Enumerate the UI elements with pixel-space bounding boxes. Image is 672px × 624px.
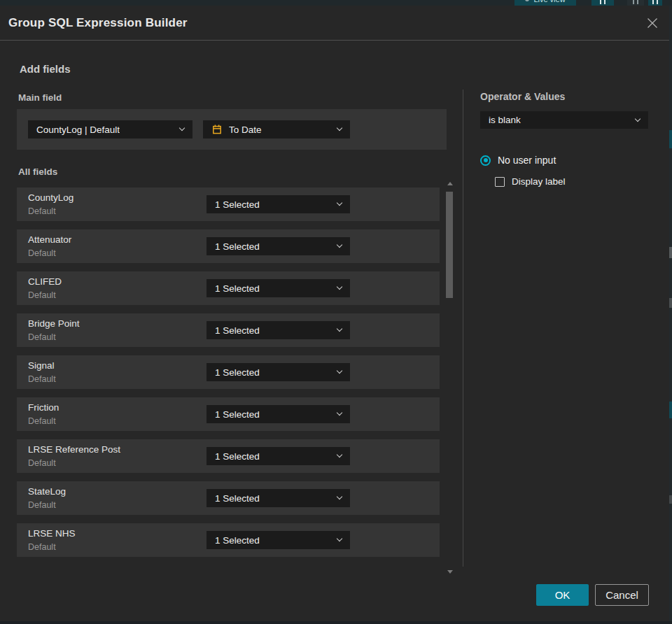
field-subtitle: Default <box>28 332 56 342</box>
chevron-down-icon <box>337 284 342 290</box>
field-name: Attenuator <box>28 234 71 245</box>
field-selection-value: 1 Selected <box>215 199 260 210</box>
chevron-down-icon <box>337 368 342 374</box>
field-subtitle: Default <box>28 458 56 468</box>
scrollbar-thumb[interactable] <box>446 192 453 298</box>
chevron-down-icon <box>337 410 342 416</box>
live-dot-icon <box>525 0 529 1</box>
no-user-input-radio-row[interactable]: No user input <box>480 155 556 166</box>
background-toolbar-icon <box>627 0 644 6</box>
field-name: Signal <box>28 360 55 371</box>
operator-dropdown-value: is blank <box>489 115 521 125</box>
field-subtitle: Default <box>28 248 56 258</box>
field-selection-value: 1 Selected <box>215 283 260 294</box>
chevron-down-icon <box>337 494 342 499</box>
all-fields-list: CountyLog Default 1 Selected Attenuator … <box>17 187 440 557</box>
scroll-up-icon[interactable] <box>447 182 453 185</box>
field-row: CountyLog Default 1 Selected <box>17 187 440 221</box>
calendar-icon <box>211 124 223 135</box>
chevron-down-icon <box>337 536 342 541</box>
close-icon <box>646 17 659 29</box>
field-row: Attenuator Default 1 Selected <box>17 229 440 263</box>
background-toolbar-icon <box>648 0 662 6</box>
field-selection-value: 1 Selected <box>215 451 260 462</box>
field-row: LRSE NHS Default 1 Selected <box>17 523 440 557</box>
ok-button[interactable]: OK <box>536 584 589 606</box>
main-field-panel: CountyLog | Default To Date <box>17 109 447 150</box>
field-name: StateLog <box>28 486 66 497</box>
field-name: LRSE NHS <box>28 528 76 539</box>
field-selection-value: 1 Selected <box>215 325 260 336</box>
field-selection-dropdown[interactable]: 1 Selected <box>206 489 350 507</box>
main-field-dropdown[interactable]: CountyLog | Default <box>28 120 192 139</box>
screen: Live view Group SQL Expression Builder A… <box>0 0 672 624</box>
operator-values-label: Operator & Values <box>480 91 565 102</box>
field-name: Friction <box>28 402 59 413</box>
radio-selected-icon[interactable] <box>480 155 491 166</box>
background-toolbar-icon <box>592 0 614 6</box>
chevron-down-icon <box>337 125 342 131</box>
field-selection-value: 1 Selected <box>215 241 260 252</box>
field-name: CountyLog <box>28 192 74 203</box>
field-subtitle: Default <box>28 542 56 552</box>
field-row: CLIFED Default 1 Selected <box>17 271 440 305</box>
main-field-dropdown-value: CountyLog | Default <box>36 125 120 135</box>
chevron-down-icon <box>635 115 640 121</box>
all-fields-label: All fields <box>18 166 57 177</box>
live-view-label: Live view <box>533 0 565 3</box>
group-sql-expression-builder-dialog: Group SQL Expression Builder Add fields … <box>0 6 669 621</box>
background-app-bottom-strip <box>0 621 672 624</box>
date-attribute-dropdown-value: To Date <box>229 125 262 135</box>
field-selection-dropdown[interactable]: 1 Selected <box>206 447 350 465</box>
field-row: LRSE Reference Post Default 1 Selected <box>17 439 440 473</box>
field-subtitle: Default <box>28 374 56 384</box>
no-user-input-label: No user input <box>498 155 556 166</box>
operator-dropdown[interactable]: is blank <box>480 111 648 129</box>
display-label-label: Display label <box>512 176 566 187</box>
main-field-label: Main field <box>18 92 62 103</box>
field-row: Friction Default 1 Selected <box>17 397 440 431</box>
field-selection-dropdown[interactable]: 1 Selected <box>206 321 350 339</box>
date-attribute-dropdown[interactable]: To Date <box>203 120 350 139</box>
add-fields-heading: Add fields <box>20 63 71 75</box>
vertical-divider <box>463 90 463 567</box>
field-selection-dropdown[interactable]: 1 Selected <box>206 279 350 297</box>
checkbox-unchecked-icon[interactable] <box>495 177 505 187</box>
display-label-checkbox-row[interactable]: Display label <box>495 176 566 187</box>
field-selection-value: 1 Selected <box>215 493 260 504</box>
field-row: StateLog Default 1 Selected <box>17 481 440 515</box>
background-app-right-strip <box>669 6 672 624</box>
background-app-top-strip: Live view <box>0 0 672 6</box>
field-name: CLIFED <box>28 276 62 287</box>
field-selection-value: 1 Selected <box>215 409 260 420</box>
close-button[interactable] <box>644 15 661 31</box>
field-row: Signal Default 1 Selected <box>17 355 440 389</box>
cancel-button[interactable]: Cancel <box>595 584 649 606</box>
chevron-down-icon <box>179 125 185 131</box>
field-subtitle: Default <box>28 416 56 426</box>
field-selection-value: 1 Selected <box>215 535 260 546</box>
field-selection-dropdown[interactable]: 1 Selected <box>206 405 350 423</box>
field-selection-value: 1 Selected <box>215 367 260 378</box>
scroll-down-icon[interactable] <box>447 570 453 574</box>
dialog-titlebar: Group SQL Expression Builder <box>0 6 669 41</box>
field-subtitle: Default <box>28 290 56 300</box>
field-selection-dropdown[interactable]: 1 Selected <box>206 237 350 255</box>
field-subtitle: Default <box>28 500 56 510</box>
field-selection-dropdown[interactable]: 1 Selected <box>206 195 350 213</box>
field-selection-dropdown[interactable]: 1 Selected <box>206 363 350 381</box>
chevron-down-icon <box>337 200 342 206</box>
chevron-down-icon <box>337 452 342 458</box>
chevron-down-icon <box>337 242 342 248</box>
live-view-indicator[interactable]: Live view <box>514 0 576 6</box>
field-name: Bridge Point <box>28 318 80 329</box>
field-selection-dropdown[interactable]: 1 Selected <box>206 531 350 549</box>
field-row: Bridge Point Default 1 Selected <box>17 313 440 347</box>
field-name: LRSE Reference Post <box>28 444 120 455</box>
field-subtitle: Default <box>28 206 56 216</box>
dialog-title: Group SQL Expression Builder <box>8 6 188 41</box>
scrollbar[interactable] <box>446 180 454 574</box>
chevron-down-icon <box>337 326 342 332</box>
